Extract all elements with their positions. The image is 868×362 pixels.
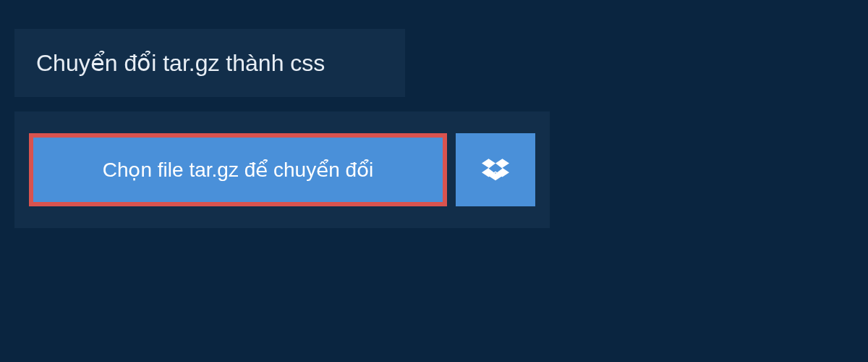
upload-area: Chọn file tar.gz để chuyển đổi bbox=[14, 111, 550, 228]
dropbox-icon bbox=[482, 156, 509, 184]
choose-file-label: Chọn file tar.gz để chuyển đổi bbox=[103, 158, 374, 182]
page-title: Chuyển đổi tar.gz thành css bbox=[36, 49, 383, 77]
header-panel: Chuyển đổi tar.gz thành css bbox=[14, 29, 405, 97]
button-row: Chọn file tar.gz để chuyển đổi bbox=[29, 133, 535, 206]
choose-file-button[interactable]: Chọn file tar.gz để chuyển đổi bbox=[29, 133, 447, 206]
dropbox-button[interactable] bbox=[456, 133, 535, 206]
